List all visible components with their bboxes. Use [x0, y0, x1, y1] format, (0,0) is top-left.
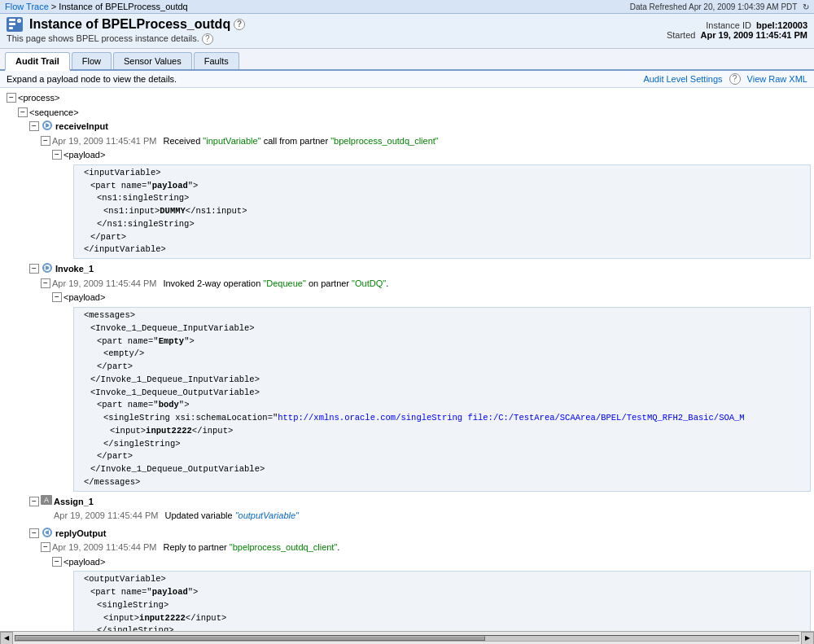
receive-icon	[41, 120, 54, 131]
timestamp3: Apr 19, 2009 11:45:44 PM	[54, 509, 158, 524]
breadcrumb-bar: Flow Trace > Instance of BPELProcess_out…	[0, 0, 814, 14]
tab-flow[interactable]: Flow	[72, 52, 112, 69]
scroll-left-arrow[interactable]: ◀	[0, 632, 13, 645]
event1-expand[interactable]: −	[41, 136, 50, 146]
view-raw-xml-link[interactable]: View Raw XML	[747, 74, 807, 84]
invoke-payload-box: <messages> <Invoke_1_Dequeue_InputVariab…	[73, 307, 811, 492]
instance-id-label: Instance ID	[706, 20, 751, 30]
invoke1-label: Invoke_1	[55, 262, 94, 277]
event3-desc: Updated variable "outputVariable"	[164, 509, 299, 524]
started-value: Apr 19, 2009 11:45:41 PM	[701, 30, 807, 40]
process-icon	[7, 17, 23, 32]
payload1-box: <inputVariable> <part name="payload"> <n…	[73, 164, 811, 259]
process-row: − <process>	[0, 91, 814, 106]
timestamp4: Apr 19, 2009 11:45:44 PM	[52, 541, 156, 555]
invoke1-row: − Invoke_1	[0, 262, 814, 277]
invoke1-icon	[41, 262, 54, 274]
assign1-row: − A Assign_1	[0, 495, 814, 510]
subtitle-help-icon[interactable]: ?	[202, 33, 213, 45]
payload1-content: <inputVariable> <part name="payload"> <n…	[73, 164, 811, 259]
instance-id-value: bpel:120003	[756, 20, 807, 30]
receive-input-row: − receiveInput	[0, 120, 814, 134]
page-subtitle: This page shows BPEL process instance de…	[7, 33, 245, 45]
timestamp1: Apr 19, 2009 11:45:41 PM	[52, 134, 156, 149]
event2-expand[interactable]: −	[41, 278, 50, 288]
event1-desc: Received "inputVariable" call from partn…	[163, 134, 438, 149]
refresh-icon[interactable]: ↻	[803, 2, 809, 11]
audit-level-settings-link[interactable]: Audit Level Settings	[643, 74, 722, 84]
event2-desc: Invoked 2-way operation "Dequeue" on par…	[163, 277, 388, 291]
reply-payload-expand[interactable]: −	[52, 557, 62, 567]
scroll-thumb[interactable]	[15, 636, 485, 641]
event2-row: − Apr 19, 2009 11:45:44 PM Invoked 2-way…	[0, 277, 814, 291]
payload1-expand[interactable]: −	[52, 150, 62, 160]
payload1-row: − <payload>	[0, 148, 814, 163]
svg-point-5	[46, 266, 49, 269]
xml-ns1-ss: <ns1:singleString>	[77, 192, 807, 205]
reply-payload-row: − <payload>	[0, 555, 814, 570]
invoke-payload-content: <messages> <Invoke_1_Dequeue_InputVariab…	[73, 307, 811, 492]
xml-input-var-close: </inputVariable>	[77, 243, 807, 256]
receive-input-expand[interactable]: −	[29, 121, 39, 131]
page-title: Instance of BPELProcess_outdq ?	[7, 17, 245, 32]
sequence-row: − <sequence>	[0, 106, 814, 120]
tab-faults[interactable]: Faults	[194, 52, 239, 69]
horizontal-scrollbar[interactable]: ◀ ▶	[0, 631, 814, 644]
svg-point-9	[46, 531, 49, 534]
event4-row: − Apr 19, 2009 11:45:44 PM Reply to part…	[0, 541, 814, 555]
event4-expand[interactable]: −	[41, 542, 50, 552]
xml-input-var-open: <inputVariable>	[77, 167, 807, 180]
tab-sensor-values[interactable]: Sensor Values	[113, 52, 192, 69]
assign1-expand[interactable]: −	[29, 497, 39, 506]
payload1-tag: <payload>	[63, 148, 105, 163]
scroll-track[interactable]	[15, 635, 799, 642]
data-refreshed-text: Data Refreshed Apr 20, 2009 1:04:39 AM P…	[630, 2, 798, 11]
assign1-icon: A	[41, 495, 52, 505]
tab-audit-trail[interactable]: Audit Trail	[5, 52, 70, 71]
tabs-bar: Audit Trail Flow Sensor Values Faults	[0, 49, 814, 71]
sequence-expand-btn[interactable]: −	[18, 107, 28, 117]
started-label: Started	[667, 30, 695, 40]
breadcrumb-current: Instance of BPELProcess_outdq	[59, 2, 187, 11]
reply-expand[interactable]: −	[29, 528, 39, 538]
timestamp2: Apr 19, 2009 11:45:44 PM	[52, 277, 156, 291]
sequence-tag: <sequence>	[29, 106, 79, 120]
scroll-right-arrow[interactable]: ▶	[801, 632, 814, 645]
invoke-payload-tag: <payload>	[63, 291, 105, 305]
reply-label: replyOutput	[55, 527, 106, 541]
event1-row: − Apr 19, 2009 11:45:41 PM Received "inp…	[0, 134, 814, 149]
xml-ns1-ss-close: </ns1:singleString>	[77, 218, 807, 231]
content-header: Expand a payload node to view the detail…	[0, 71, 814, 88]
instance-info: Instance ID bpel:120003 Started Apr 19, …	[667, 17, 807, 40]
invoke-payload-expand[interactable]: −	[52, 292, 62, 302]
main-content: − <process> − <sequence> − receiveInput …	[0, 88, 814, 644]
title-area: Instance of BPELProcess_outdq ? This pag…	[0, 14, 814, 49]
invoke1-expand[interactable]: −	[29, 264, 39, 274]
xml-ns1-input: <ns1:input>DUMMY</ns1:input>	[77, 205, 807, 218]
assign1-label: Assign_1	[54, 495, 94, 510]
expand-instruction: Expand a payload node to view the detail…	[7, 74, 177, 84]
xml-part-open-row: <part name="payload">	[77, 180, 807, 193]
reply-payload-tag: <payload>	[63, 555, 105, 570]
event4-desc: Reply to partner "bpelprocess_outdq_clie…	[163, 541, 339, 555]
process-tag: <process>	[18, 91, 59, 106]
reply-icon	[41, 527, 54, 538]
audit-level-help-icon[interactable]: ?	[729, 73, 741, 85]
event3-row: Apr 19, 2009 11:45:44 PM Updated variabl…	[0, 509, 814, 524]
title-help-icon[interactable]: ?	[234, 19, 245, 30]
process-expand-btn[interactable]: −	[7, 93, 16, 103]
flow-trace-link[interactable]: Flow Trace	[5, 2, 49, 11]
xml-part-end1: </part>	[77, 231, 807, 244]
svg-point-2	[46, 124, 49, 127]
breadcrumb-separator: >	[51, 2, 59, 11]
invoke-payload-row: − <payload>	[0, 291, 814, 305]
reply-row: − replyOutput	[0, 527, 814, 541]
receive-input-label: receiveInput	[55, 120, 108, 134]
